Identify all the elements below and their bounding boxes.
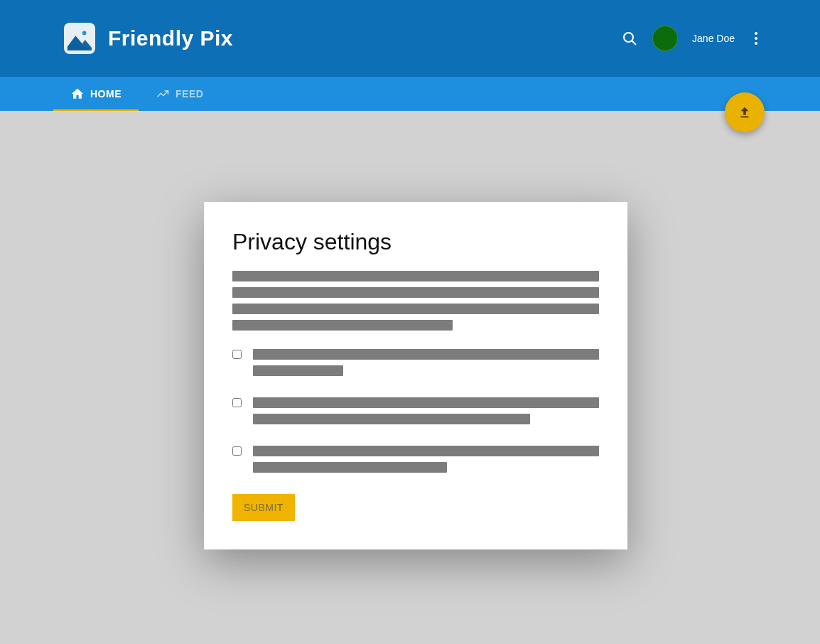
tab-home-label: HOME — [90, 88, 122, 100]
svg-point-1 — [82, 31, 87, 36]
logo-group[interactable]: Friendly Pix — [64, 23, 233, 54]
svg-point-2 — [624, 33, 633, 42]
upload-icon — [737, 104, 752, 120]
more-vert-icon[interactable] — [749, 30, 763, 47]
privacy-checkbox-1[interactable] — [232, 350, 242, 359]
privacy-intro-text — [232, 271, 599, 331]
submit-button[interactable]: SUBMIT — [232, 494, 295, 521]
header-right: Jane Doe — [621, 26, 763, 51]
tab-feed-label: FEED — [176, 88, 203, 100]
svg-rect-4 — [741, 117, 749, 118]
card-title: Privacy settings — [232, 229, 599, 255]
app-header: Friendly Pix Jane Doe — [0, 0, 820, 77]
tab-feed[interactable]: FEED — [139, 77, 220, 111]
svg-line-3 — [632, 41, 637, 45]
tab-bar: HOME FEED — [0, 77, 820, 111]
privacy-checkbox-3[interactable] — [232, 446, 242, 456]
privacy-option-3-text — [253, 446, 599, 478]
privacy-settings-card: Privacy settings — [204, 202, 627, 549]
privacy-option-2-text — [253, 397, 599, 430]
app-title: Friendly Pix — [108, 26, 233, 50]
home-icon — [70, 87, 85, 101]
search-icon[interactable] — [621, 30, 638, 47]
app-logo-icon — [64, 23, 95, 54]
privacy-option-3 — [232, 446, 599, 478]
username-label: Jane Doe — [692, 33, 735, 44]
privacy-checkbox-2[interactable] — [232, 398, 242, 407]
upload-fab[interactable] — [725, 92, 765, 132]
tab-home[interactable]: HOME — [53, 77, 139, 111]
user-avatar[interactable] — [652, 26, 678, 51]
privacy-option-1 — [232, 349, 599, 382]
privacy-option-1-text — [253, 349, 599, 382]
privacy-option-2 — [232, 397, 599, 430]
trending-icon — [156, 87, 170, 101]
